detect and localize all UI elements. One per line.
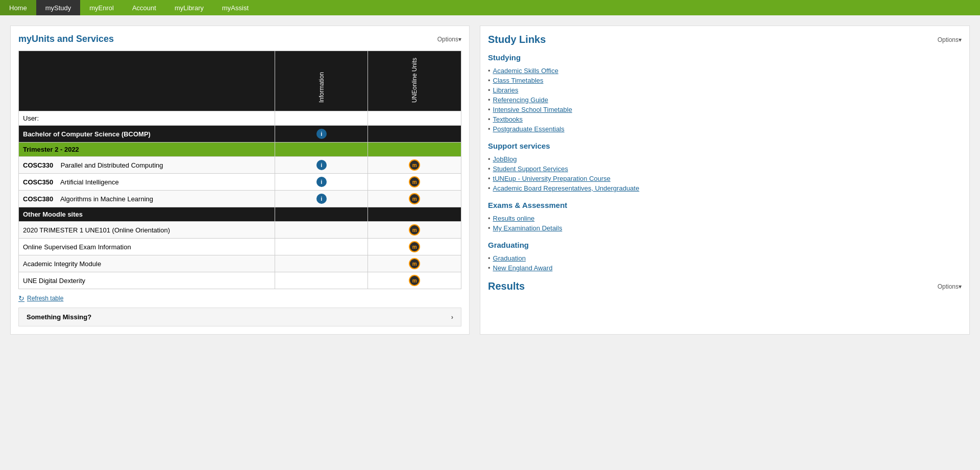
unit-info-cell[interactable]: i — [275, 157, 368, 174]
col-une-header: UNEonline Units — [368, 51, 461, 111]
chevron-right-icon: › — [451, 313, 453, 321]
support-services-heading: Support services — [488, 142, 962, 150]
something-missing-section[interactable]: Something Missing? › — [18, 308, 461, 326]
support-links-list: JobBlog Student Support Services tUNEup … — [488, 154, 962, 193]
panel-title: myUnits and Services — [18, 34, 114, 44]
unit-name-cell: COSC380 Algorithms in Machine Learning — [19, 191, 275, 207]
other-moodle-label: Other Moodle sites — [19, 207, 275, 222]
academic-board-link[interactable]: Academic Board Representatives, Undergra… — [493, 184, 640, 192]
other-moodle-une-cell — [368, 207, 461, 222]
intensive-school-timetable-link[interactable]: Intensive School Timetable — [493, 106, 572, 113]
left-panel: myUnits and Services Options▾ Informatio… — [10, 26, 470, 335]
unit-info-icon[interactable]: i — [316, 160, 327, 170]
moodle-icon[interactable]: m — [409, 275, 420, 286]
col-info-label: Information — [316, 68, 327, 107]
results-title: Results — [488, 280, 525, 292]
moodle-icon[interactable]: m — [409, 258, 420, 269]
list-item: Class Timetables — [488, 76, 962, 85]
right-panel-options-button[interactable]: Options▾ — [938, 36, 962, 43]
moodle-icon[interactable]: m — [409, 159, 420, 171]
unit-moodle-cell[interactable]: m — [368, 157, 461, 174]
unit-info-icon[interactable]: i — [316, 194, 327, 204]
graduating-heading: Graduating — [488, 241, 962, 249]
unit-info-icon[interactable]: i — [316, 177, 327, 187]
study-links-header: Study Links Options▾ — [488, 34, 962, 45]
nav-myenrol[interactable]: myEnrol — [80, 0, 123, 15]
exams-links-list: Results online My Examination Details — [488, 214, 962, 233]
something-missing-label: Something Missing? — [27, 313, 91, 321]
list-item: Intensive School Timetable — [488, 105, 962, 114]
col-info-header: Information — [275, 51, 368, 111]
unit-info-cell[interactable]: i — [275, 174, 368, 191]
results-section-header: Results Options▾ — [488, 280, 962, 292]
refresh-table-link[interactable]: ↻ Refresh table — [18, 294, 63, 302]
referencing-guide-link[interactable]: Referencing Guide — [493, 96, 548, 104]
unit-title: Parallel and Distributed Computing — [61, 161, 163, 169]
list-item: Libraries — [488, 85, 962, 95]
other-moodle-moodle-cell[interactable]: m — [368, 272, 461, 289]
col-une-label: UNEonline Units — [409, 54, 420, 107]
academic-skills-office-link[interactable]: Academic Skills Office — [493, 67, 558, 75]
class-timetables-link[interactable]: Class Timetables — [493, 77, 544, 84]
degree-une-cell — [368, 126, 461, 143]
degree-info-cell[interactable]: i — [275, 126, 368, 143]
left-panel-options-button[interactable]: Options▾ — [437, 36, 461, 43]
other-moodle-header-row: Other Moodle sites — [19, 207, 461, 222]
new-england-award-link[interactable]: New England Award — [493, 264, 553, 272]
other-moodle-moodle-cell[interactable]: m — [368, 255, 461, 272]
student-support-services-link[interactable]: Student Support Services — [493, 165, 568, 173]
unit-code: COSC330 — [23, 161, 59, 169]
nav-myassist[interactable]: myAssist — [213, 0, 258, 15]
graduation-link[interactable]: Graduation — [493, 254, 526, 262]
table-row: COSC380 Algorithms in Machine Learning i… — [19, 191, 461, 207]
jobblog-link[interactable]: JobBlog — [493, 155, 517, 163]
refresh-icon: ↻ — [18, 294, 24, 302]
other-moodle-item-name: Academic Integrity Module — [19, 255, 275, 272]
user-label: User: — [19, 111, 275, 126]
other-moodle-moodle-cell[interactable]: m — [368, 239, 461, 255]
moodle-icon[interactable]: m — [409, 224, 420, 236]
trimester-une-cell — [368, 143, 461, 157]
nav-account[interactable]: Account — [123, 0, 165, 15]
studying-links-list: Academic Skills Office Class Timetables … — [488, 66, 962, 134]
unit-info-cell[interactable]: i — [275, 191, 368, 207]
user-row: User: — [19, 111, 461, 126]
trimester-row: Trimester 2 - 2022 — [19, 143, 461, 157]
postgraduate-essentials-link[interactable]: Postgraduate Essentials — [493, 125, 565, 133]
unit-title: Algorithms in Machine Learning — [60, 195, 153, 203]
moodle-icon[interactable]: m — [409, 193, 420, 204]
other-moodle-item-name: UNE Digital Dexterity — [19, 272, 275, 289]
units-table: Information UNEonline Units User: Bachel… — [18, 51, 461, 289]
refresh-label: Refresh table — [27, 295, 63, 302]
table-row: COSC330 Parallel and Distributed Computi… — [19, 157, 461, 174]
list-item: Graduation — [488, 253, 962, 263]
moodle-icon[interactable]: m — [409, 176, 420, 187]
degree-info-icon[interactable]: i — [316, 129, 327, 139]
list-item: tUNEup - University Preparation Course — [488, 174, 962, 183]
unit-moodle-cell[interactable]: m — [368, 174, 461, 191]
top-navigation: Home myStudy myEnrol Account myLibrary m… — [0, 0, 980, 15]
col-unit-header — [19, 51, 275, 111]
other-moodle-moodle-cell[interactable]: m — [368, 222, 461, 239]
list-item: Results online — [488, 214, 962, 223]
unit-code: COSC380 — [23, 195, 59, 203]
user-info-cell — [275, 111, 368, 126]
textbooks-link[interactable]: Textbooks — [493, 115, 523, 123]
nav-mystudy[interactable]: myStudy — [36, 0, 81, 15]
my-examination-details-link[interactable]: My Examination Details — [493, 224, 562, 232]
results-online-link[interactable]: Results online — [493, 215, 535, 222]
nav-home[interactable]: Home — [0, 0, 36, 15]
right-panel: Study Links Options▾ Studying Academic S… — [480, 26, 970, 335]
studying-heading: Studying — [488, 53, 962, 62]
libraries-link[interactable]: Libraries — [493, 86, 519, 94]
moodle-icon[interactable]: m — [409, 241, 420, 252]
degree-name: Bachelor of Computer Science (BCOMP) — [19, 126, 275, 143]
nav-mylibrary[interactable]: myLibrary — [165, 0, 213, 15]
table-row: Online Supervised Exam Information m — [19, 239, 461, 255]
unit-moodle-cell[interactable]: m — [368, 191, 461, 207]
panel-header: myUnits and Services Options▾ — [18, 34, 461, 44]
tuneup-link[interactable]: tUNEup - University Preparation Course — [493, 175, 610, 182]
trimester-info-cell — [275, 143, 368, 157]
table-row: COSC350 Artificial Intelligence i m — [19, 174, 461, 191]
results-options-button[interactable]: Options▾ — [938, 283, 962, 290]
